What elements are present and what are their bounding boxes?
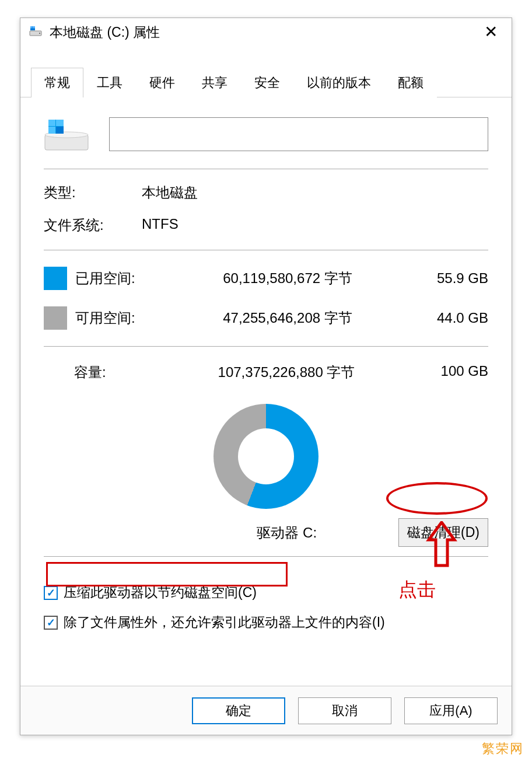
tab-sharing[interactable]: 共享 <box>188 68 241 97</box>
type-value: 本地磁盘 <box>142 183 488 202</box>
free-space-swatch <box>44 306 67 330</box>
svg-rect-11 <box>56 127 64 134</box>
dialog-buttons: 确定 取消 应用(A) <box>20 686 512 735</box>
tab-general[interactable]: 常规 <box>31 68 83 97</box>
tab-bar: 常规 工具 硬件 共享 安全 以前的版本 配额 <box>20 67 512 97</box>
used-space-bytes: 60,119,580,672 字节 <box>163 269 412 288</box>
used-space-gb: 55.9 GB <box>412 270 488 287</box>
drive-large-icon <box>44 116 89 152</box>
svg-rect-3 <box>33 26 35 29</box>
svg-rect-10 <box>48 127 55 134</box>
titlebar: 本地磁盘 (C:) 属性 ✕ <box>20 18 512 46</box>
svg-rect-2 <box>30 26 33 29</box>
window-title: 本地磁盘 (C:) 属性 <box>50 23 160 41</box>
free-space-bytes: 47,255,646,208 字节 <box>163 309 412 327</box>
tab-quota[interactable]: 配额 <box>384 68 437 97</box>
used-space-swatch <box>44 267 67 290</box>
drive-name-input[interactable] <box>109 117 488 151</box>
compress-label: 压缩此驱动器以节约磁盘空间(C) <box>64 584 257 602</box>
properties-dialog: 本地磁盘 (C:) 属性 ✕ 常规 工具 硬件 共享 安全 以前的版本 配额 类… <box>20 18 512 735</box>
tab-security[interactable]: 安全 <box>241 68 293 97</box>
apply-button[interactable]: 应用(A) <box>404 697 498 724</box>
free-space-gb: 44.0 GB <box>412 310 488 326</box>
usage-donut-chart <box>214 404 318 509</box>
drive-icon <box>29 24 43 40</box>
compress-checkbox[interactable]: ✓ <box>44 586 58 600</box>
capacity-gb: 100 GB <box>412 363 488 382</box>
ok-button[interactable]: 确定 <box>192 697 285 724</box>
filesystem-value: NTFS <box>142 216 488 235</box>
tab-content-general: 类型: 本地磁盘 文件系统: NTFS 已用空间: 60,119,580,672… <box>20 97 512 649</box>
close-button[interactable]: ✕ <box>478 22 503 43</box>
svg-point-4 <box>39 33 40 34</box>
type-label: 类型: <box>44 183 142 202</box>
cancel-button[interactable]: 取消 <box>298 697 391 724</box>
svg-rect-8 <box>48 120 55 126</box>
disk-cleanup-button[interactable]: 磁盘清理(D) <box>398 518 488 547</box>
index-checkbox[interactable]: ✓ <box>44 616 58 630</box>
tab-tools[interactable]: 工具 <box>83 68 136 97</box>
used-space-label: 已用空间: <box>75 269 163 288</box>
capacity-label: 容量: <box>44 363 160 382</box>
watermark: 繁荣网 <box>482 740 524 757</box>
index-label: 除了文件属性外，还允许索引此驱动器上文件的内容(I) <box>64 613 385 631</box>
svg-rect-9 <box>56 120 64 126</box>
capacity-bytes: 107,375,226,880 字节 <box>160 363 412 382</box>
filesystem-label: 文件系统: <box>44 216 142 235</box>
free-space-label: 可用空间: <box>75 309 163 327</box>
drive-letter-label: 驱动器 C: <box>257 523 317 542</box>
tab-hardware[interactable]: 硬件 <box>136 68 188 97</box>
tab-previous[interactable]: 以前的版本 <box>293 68 384 97</box>
